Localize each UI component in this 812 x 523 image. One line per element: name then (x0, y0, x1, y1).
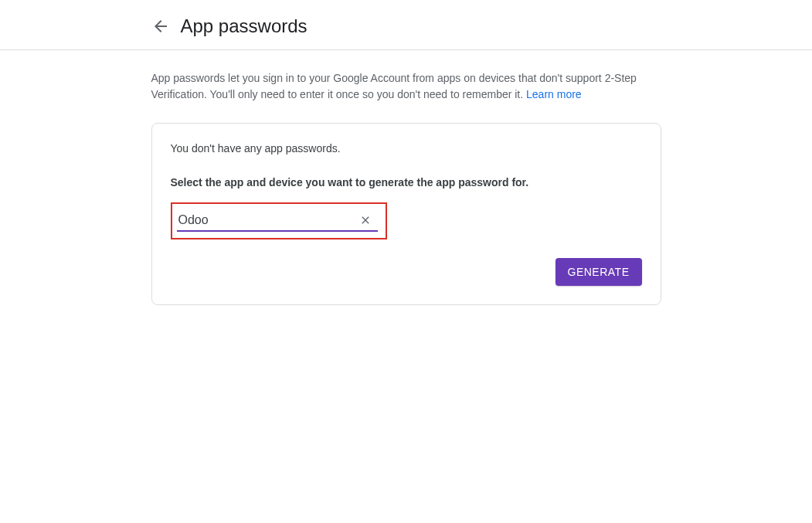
page-header: App passwords (0, 0, 812, 50)
custom-name-input-row (177, 210, 378, 232)
select-prompt: Select the app and device you want to ge… (171, 176, 642, 188)
back-arrow-icon[interactable] (151, 17, 170, 36)
generate-button[interactable]: GENERATE (555, 258, 642, 286)
clear-input-icon[interactable] (358, 212, 373, 228)
card-actions: GENERATE (171, 258, 642, 286)
description-text: App passwords let you sign in to your Go… (151, 70, 661, 103)
input-highlight-annotation (171, 202, 387, 239)
main-content: App passwords let you sign in to your Go… (151, 50, 661, 305)
learn-more-link[interactable]: Learn more (526, 88, 582, 100)
page-title: App passwords (181, 15, 307, 37)
empty-state-message: You don't have any app passwords. (171, 142, 642, 155)
custom-name-input[interactable] (177, 210, 358, 230)
app-passwords-card: You don't have any app passwords. Select… (151, 123, 661, 305)
